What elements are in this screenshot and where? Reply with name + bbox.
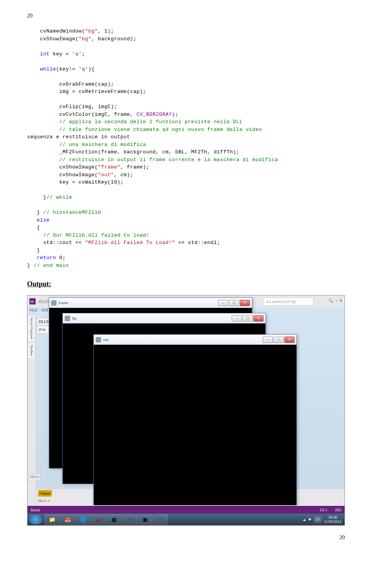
opencv-icon (65, 316, 70, 321)
frame-window-title: frame (59, 299, 218, 306)
vs-menu-bar: FILE EDI (28, 307, 50, 314)
task-explorer-icon[interactable]: 📁 (45, 514, 59, 524)
output-screenshot: DLLTe k Launch (Ctrl+Q) 🔍 ▫ ✕ FILE EDI S… (27, 295, 345, 526)
out-window-titlebar[interactable]: out — ▢ ✕ (94, 335, 296, 345)
tray-date[interactable]: 11/03/2014 (324, 519, 341, 524)
output-tab[interactable]: Output (38, 490, 52, 497)
menu-edit[interactable]: EDI (41, 307, 48, 314)
search-icon[interactable]: 🔍 (328, 297, 334, 304)
maximize-button[interactable]: ▢ (229, 300, 239, 306)
task-app-icon[interactable]: ▦ (107, 514, 121, 524)
menu-file[interactable]: FILE (29, 307, 38, 314)
vs-close-icon[interactable]: ✕ (339, 297, 343, 304)
vs-project-name: DLLTe (39, 299, 50, 304)
bg-window-title: bg (72, 315, 232, 322)
tray-language[interactable]: IT (313, 516, 322, 523)
output-heading: Output: (27, 279, 345, 289)
tray-up-icon[interactable]: ▲ (302, 517, 306, 523)
close-button[interactable]: ✕ (240, 300, 250, 306)
toolbox-tab[interactable]: Toolbox (28, 342, 35, 359)
frame-window-titlebar[interactable]: frame — ▢ ✕ (49, 298, 252, 308)
out-window[interactable]: out — ▢ ✕ (93, 334, 297, 505)
vs-maximize-icon[interactable]: ▫ (336, 297, 337, 304)
minimize-button[interactable]: — (232, 315, 242, 322)
maximize-button[interactable]: ▢ (274, 337, 284, 343)
code-listing: cvNamedWindow("bg", 1); cvShowImage("bg"… (27, 28, 345, 269)
quick-launch-input[interactable]: k Launch (Ctrl+Q) (263, 297, 313, 306)
start-button[interactable] (29, 514, 43, 524)
status-ins: INS (335, 508, 341, 512)
opencv-icon (51, 300, 57, 306)
server-explorer-tab[interactable]: Server Explorer (28, 315, 35, 342)
task-firefox-icon[interactable]: 🦊 (60, 514, 75, 524)
maximize-button[interactable]: ▢ (243, 315, 253, 322)
out-window-title: out (103, 336, 263, 343)
system-tray: ▲ ⚑ IT 20:46 11/03/2014 (302, 515, 343, 524)
close-button[interactable]: ✕ (284, 337, 294, 343)
task-chrome-icon[interactable]: 🌐 (76, 514, 90, 524)
minimize-button[interactable]: — (218, 300, 228, 306)
tray-time[interactable]: 20:46 (324, 515, 341, 519)
bg-window-titlebar[interactable]: bg — ▢ ✕ (63, 313, 265, 323)
task-word-icon[interactable]: W (153, 514, 168, 524)
vs-top-right-controls: 🔍 ▫ ✕ (328, 297, 343, 304)
page-number-top: 20 (27, 12, 345, 20)
close-button[interactable]: ✕ (253, 315, 264, 322)
vs-scope-dropdown[interactable]: (Glo (37, 326, 49, 333)
status-col: Ch 1 (320, 508, 327, 512)
tray-flag-icon[interactable]: ⚑ (308, 517, 312, 523)
task-vs-icon[interactable]: ∞ (122, 514, 137, 524)
visual-studio-icon (29, 298, 36, 304)
opencv-icon (96, 337, 101, 342)
page-number-bottom: 20 (27, 533, 345, 542)
zoom-level[interactable]: 100 % (28, 473, 40, 481)
minimize-button[interactable]: — (263, 337, 273, 343)
out-window-content (94, 345, 296, 505)
vs-status-bar: Ready Ch 1 INS (28, 506, 344, 514)
task-adobe-icon[interactable]: ▲ (91, 514, 106, 524)
status-ready: Ready (31, 507, 41, 513)
task-opencv-icon[interactable]: ▣ (138, 514, 152, 524)
windows-taskbar: 📁 🦊 🌐 ▲ ▦ ∞ ▣ W ▲ ⚑ IT 20:46 11/03/2014 (28, 514, 344, 525)
